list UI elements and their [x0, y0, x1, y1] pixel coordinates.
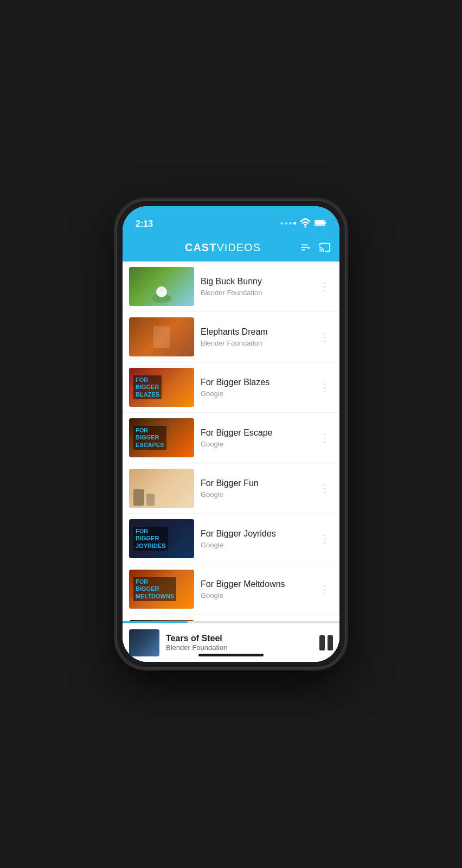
video-info: For Bigger Meltdowns Google: [201, 579, 311, 599]
status-icons: [280, 217, 326, 229]
video-thumb: [129, 317, 194, 356]
pause-bar-right: [328, 635, 333, 650]
video-info: Elephants Dream Blender Foundation: [201, 327, 311, 347]
video-thumb: [129, 469, 194, 508]
video-info: For Bigger Escape Google: [201, 428, 311, 448]
svg-point-0: [305, 226, 306, 228]
video-thumb: FORBIGGERMELTDOWNS: [129, 570, 194, 609]
list-item[interactable]: Big Buck Bunny Blender Foundation ⋮: [123, 261, 339, 312]
list-item[interactable]: For Bigger Fun Google ⋮: [123, 463, 339, 514]
video-title: For Bigger Meltdowns: [201, 579, 311, 589]
video-info: Big Buck Bunny Blender Foundation: [201, 277, 311, 297]
home-indicator: [198, 654, 264, 656]
video-menu-button[interactable]: ⋮: [317, 532, 333, 545]
list-item[interactable]: FORBIGGERESCAPES For Bigger Escape Googl…: [123, 413, 339, 463]
video-title: For Bigger Escape: [201, 428, 311, 438]
phone-screen: 2:13: [123, 206, 339, 662]
svg-rect-3: [315, 221, 324, 225]
video-info: For Bigger Fun Google: [201, 478, 311, 499]
video-author: Blender Foundation: [201, 339, 311, 347]
video-thumb: FORBIGGERJOYRIDES: [129, 519, 194, 558]
video-thumb: FORBIGGERESCAPES: [129, 418, 194, 457]
list-item[interactable]: FORBIGGERBLAZES For Bigger Blazes Google…: [123, 362, 339, 413]
pause-bar-left: [319, 635, 325, 650]
video-author: Google: [201, 440, 311, 448]
video-menu-button[interactable]: ⋮: [317, 583, 333, 596]
phone-frame: 2:13: [117, 201, 345, 667]
status-bar: 2:13: [123, 206, 339, 233]
video-author: Google: [201, 490, 311, 499]
video-title: Elephants Dream: [201, 327, 311, 337]
video-title: For Bigger Fun: [201, 478, 311, 488]
svg-marker-4: [309, 246, 311, 250]
svg-point-7: [160, 288, 163, 291]
dot-3: [289, 222, 292, 225]
queue-icon[interactable]: [299, 241, 311, 253]
video-menu-button[interactable]: ⋮: [317, 330, 333, 343]
video-author: Google: [201, 541, 311, 549]
list-item[interactable]: FORBIGGERMELTDOWNS For Bigger Meltdowns …: [123, 564, 339, 615]
now-playing-author: Blender Foundation: [166, 643, 313, 652]
app-header: CASTVIDEOS: [123, 233, 339, 261]
video-info: For Bigger Blazes Google: [201, 378, 311, 398]
list-item[interactable]: FORBIGGERJOYRIDES For Bigger Joyrides Go…: [123, 514, 339, 564]
video-title: For Bigger Joyrides: [201, 529, 311, 539]
signal-dots: [280, 222, 296, 225]
video-menu-button[interactable]: ⋮: [317, 381, 333, 394]
wifi-icon: [299, 217, 311, 229]
header-icons: [299, 241, 331, 253]
video-title: Big Buck Bunny: [201, 277, 311, 286]
video-menu-button[interactable]: ⋮: [317, 280, 333, 293]
now-playing-title: Tears of Steel: [166, 634, 313, 643]
svg-rect-2: [325, 222, 326, 225]
dot-4: [293, 222, 296, 225]
video-thumb: [129, 267, 194, 306]
video-author: Google: [201, 390, 311, 398]
video-author: Blender Foundation: [201, 289, 311, 297]
battery-icon: [315, 217, 326, 229]
title-cast: CAST: [185, 241, 216, 253]
dot-2: [285, 222, 287, 225]
video-menu-button[interactable]: ⋮: [317, 431, 333, 444]
app-title: CASTVIDEOS: [146, 241, 299, 254]
title-videos: VIDEOS: [216, 241, 261, 253]
pause-button[interactable]: [319, 635, 333, 650]
cast-icon[interactable]: [319, 241, 331, 253]
video-thumb: FORBIGGERBLAZES: [129, 368, 194, 407]
video-info: For Bigger Joyrides Google: [201, 529, 311, 549]
status-time: 2:13: [136, 219, 280, 229]
video-author: Google: [201, 591, 311, 599]
now-playing-thumb: [129, 629, 159, 656]
list-item[interactable]: Elephants Dream Blender Foundation ⋮: [123, 312, 339, 362]
dot-1: [280, 222, 283, 225]
now-playing-info: Tears of Steel Blender Foundation: [166, 634, 313, 652]
video-menu-button[interactable]: ⋮: [317, 482, 333, 495]
video-list[interactable]: Big Buck Bunny Blender Foundation ⋮ Elep…: [123, 261, 339, 623]
video-title: For Bigger Blazes: [201, 378, 311, 387]
